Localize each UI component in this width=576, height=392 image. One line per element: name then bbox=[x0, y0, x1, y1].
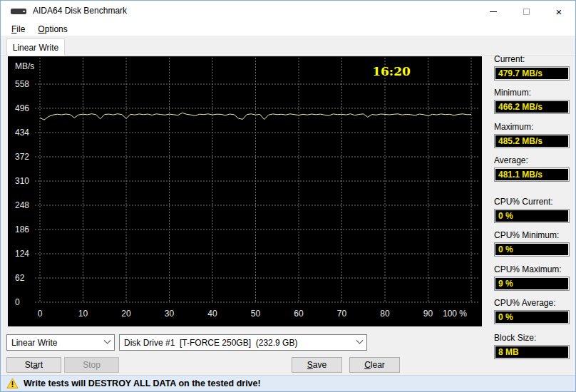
stat-average: Average: 481.1 MB/s bbox=[494, 155, 570, 182]
maximize-button[interactable] bbox=[510, 1, 542, 22]
stat-label: Maximum: bbox=[494, 122, 570, 133]
menu-options[interactable]: Options bbox=[33, 23, 72, 36]
stat-value: 9 % bbox=[494, 277, 570, 291]
menu-bar: File Options bbox=[1, 22, 575, 36]
stat-value: 481.1 MB/s bbox=[494, 167, 570, 182]
stat-label: Current: bbox=[494, 54, 570, 65]
save-button[interactable]: Save bbox=[292, 357, 342, 373]
clear-button[interactable]: Clear bbox=[349, 357, 400, 373]
svg-text:0: 0 bbox=[38, 309, 43, 319]
stat-label: Average: bbox=[494, 155, 570, 166]
stat-maximum: Maximum: 485.2 MB/s bbox=[494, 122, 570, 148]
stat-current: Current: 479.7 MB/s bbox=[494, 54, 570, 81]
svg-text:80: 80 bbox=[380, 309, 390, 319]
svg-text:186: 186 bbox=[15, 225, 29, 234]
svg-text:70: 70 bbox=[337, 309, 347, 319]
stat-cpu-maximum: CPU% Maximum: 9 % bbox=[494, 264, 570, 291]
svg-text:62: 62 bbox=[15, 273, 25, 283]
stat-cpu-current: CPU% Current: 0 % bbox=[494, 197, 570, 223]
benchmark-chart: MB/s062124186248310372434496558010203040… bbox=[8, 56, 482, 326]
disk-drive-value: Disk Drive #1 [T-FORCE 250GB] (232.9 GB) bbox=[120, 338, 352, 348]
warning-message: Write tests will DESTROY ALL DATA on the… bbox=[24, 378, 261, 388]
start-button[interactable]: Start bbox=[6, 357, 61, 373]
svg-text:310: 310 bbox=[15, 176, 29, 186]
stat-label: CPU% Average: bbox=[494, 298, 570, 309]
warning-icon bbox=[6, 378, 19, 389]
stat-label: CPU% Minimum: bbox=[494, 230, 570, 241]
svg-text:248: 248 bbox=[15, 200, 29, 210]
svg-text:60: 60 bbox=[294, 309, 304, 319]
svg-text:124: 124 bbox=[15, 249, 29, 259]
stat-value: 0 % bbox=[494, 209, 570, 223]
svg-text:372: 372 bbox=[15, 152, 29, 162]
stat-label: Minimum: bbox=[494, 88, 570, 98]
svg-text:50: 50 bbox=[251, 309, 261, 319]
svg-text:496: 496 bbox=[15, 103, 29, 113]
stop-button: Stop bbox=[64, 357, 119, 373]
stat-value: 485.2 MB/s bbox=[494, 134, 570, 148]
svg-text:10: 10 bbox=[78, 309, 88, 319]
svg-text:434: 434 bbox=[15, 128, 29, 138]
svg-text:30: 30 bbox=[165, 309, 175, 319]
test-type-value: Linear Write bbox=[7, 338, 100, 348]
close-icon: × bbox=[556, 6, 562, 17]
chevron-down-icon bbox=[100, 340, 114, 345]
tab-linear-write[interactable]: Linear Write bbox=[6, 38, 65, 56]
stat-label: CPU% Current: bbox=[494, 197, 570, 207]
window-title: AIDA64 Disk Benchmark bbox=[33, 6, 127, 16]
stat-value: 8 MB bbox=[494, 345, 570, 359]
app-icon bbox=[11, 9, 26, 14]
app-window: AIDA64 Disk Benchmark × File Options Lin… bbox=[0, 0, 576, 392]
svg-text:100 %: 100 % bbox=[443, 309, 467, 319]
svg-text:0: 0 bbox=[15, 297, 20, 307]
stat-value: 0 % bbox=[494, 242, 570, 257]
stat-block-size: Block Size: 8 MB bbox=[494, 333, 570, 359]
tab-strip-divider bbox=[1, 55, 575, 56]
svg-text:MB/s: MB/s bbox=[15, 61, 34, 71]
maximize-icon bbox=[523, 9, 530, 15]
svg-text:40: 40 bbox=[207, 309, 217, 319]
benchmark-chart-svg: MB/s062124186248310372434496558010203040… bbox=[8, 56, 482, 326]
status-bar: Write tests will DESTROY ALL DATA on the… bbox=[1, 375, 575, 391]
stat-value: 466.2 MB/s bbox=[494, 100, 570, 114]
disk-drive-dropdown[interactable]: Disk Drive #1 [T-FORCE 250GB] (232.9 GB) bbox=[119, 334, 367, 351]
stat-label: CPU% Maximum: bbox=[494, 264, 570, 275]
test-type-dropdown[interactable]: Linear Write bbox=[6, 334, 115, 351]
minimize-button[interactable] bbox=[477, 1, 510, 22]
stat-cpu-minimum: CPU% Minimum: 0 % bbox=[494, 230, 570, 257]
title-bar[interactable]: AIDA64 Disk Benchmark × bbox=[1, 1, 575, 22]
stat-value: 479.7 MB/s bbox=[494, 66, 570, 81]
svg-text:20: 20 bbox=[121, 309, 131, 319]
svg-text:16:20: 16:20 bbox=[372, 64, 411, 78]
close-button[interactable]: × bbox=[542, 1, 575, 22]
chevron-down-icon bbox=[352, 340, 366, 345]
minimize-icon bbox=[490, 11, 497, 12]
stat-label: Block Size: bbox=[494, 333, 570, 344]
svg-text:90: 90 bbox=[423, 309, 433, 319]
stat-cpu-average: CPU% Average: 0 % bbox=[494, 298, 570, 324]
svg-text:558: 558 bbox=[15, 79, 29, 89]
stat-value: 0 % bbox=[494, 310, 570, 324]
stat-minimum: Minimum: 466.2 MB/s bbox=[494, 88, 570, 114]
menu-file[interactable]: File bbox=[6, 23, 30, 36]
